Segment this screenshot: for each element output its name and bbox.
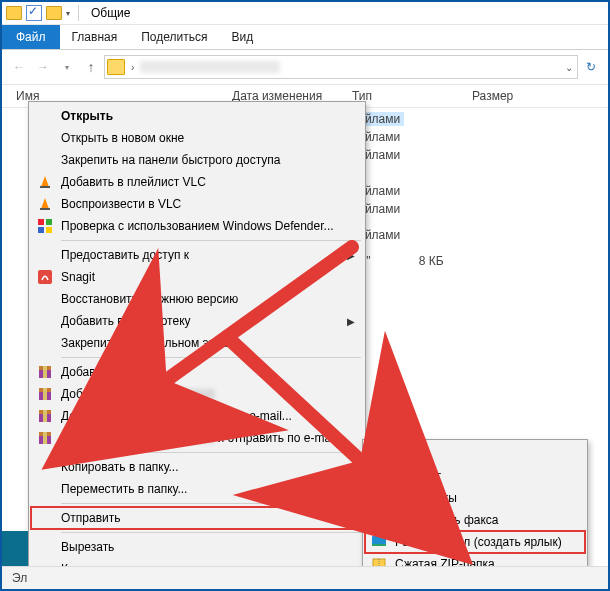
menu-item[interactable]: Добавить в архив и отправить по e-mail..…	[31, 405, 363, 427]
nav-forward-icon[interactable]: →	[32, 56, 54, 78]
menu-item[interactable]: Добавить в плейлист VLC	[31, 171, 363, 193]
nav-recent-icon[interactable]: ▾	[56, 56, 78, 78]
context-menu: ОткрытьОткрыть в новом окнеЗакрепить на …	[28, 101, 366, 591]
submenu-item-label: Документы	[395, 491, 457, 505]
chevron-right-icon: ▶	[347, 513, 355, 524]
menu-item-label: Добавить в архив	[61, 387, 159, 401]
col-type[interactable]: Тип	[352, 89, 472, 103]
ribbon: Файл Главная Поделиться Вид	[2, 25, 608, 50]
ribbon-tab-home[interactable]: Главная	[60, 25, 130, 49]
menu-item[interactable]: Открыть в новом окне	[31, 127, 363, 149]
vlc-icon	[37, 174, 53, 190]
separator	[78, 5, 79, 21]
menu-item-label: Предоставить доступ к	[61, 248, 189, 262]
submenu-item[interactable]: Получатель факса	[365, 509, 585, 531]
menu-item[interactable]: Добавить в архив и отправить по e-mail	[31, 427, 363, 449]
menu-item[interactable]: Закрепить на начальном экране	[31, 332, 363, 354]
svg-rect-3	[40, 208, 50, 210]
menu-item-label: Закрепить на панели быстрого доступа	[61, 153, 281, 167]
submenu-item[interactable]: Рабочий стол (создать ярлык)	[365, 531, 585, 553]
submenu-item[interactable]: Адресат	[365, 465, 585, 487]
menu-item[interactable]: Переместить в папку...	[31, 478, 363, 500]
menu-item-label: Проверка с использованием Windows Defend…	[61, 219, 334, 233]
menu-item-label: Добавить в архив...	[61, 365, 169, 379]
menu-item-label: Переместить в папку...	[61, 482, 187, 496]
svg-rect-1	[40, 186, 50, 188]
menu-item-label: Закрепить на начальном экране	[61, 336, 241, 350]
snagit-icon	[37, 269, 53, 285]
menu-item[interactable]: Открыть	[31, 105, 363, 127]
svg-rect-6	[38, 227, 44, 233]
menu-item-label: Добавить в плейлист VLC	[61, 175, 206, 189]
menu-item-label: Добавить в архив и отправить по e-mail..…	[61, 409, 292, 423]
qat-checkbox-icon[interactable]	[26, 5, 42, 21]
menu-item[interactable]: Добавить в архив...	[31, 361, 363, 383]
defender-icon	[37, 218, 53, 234]
address-bar[interactable]: › ⌄	[104, 55, 578, 79]
nav-up-icon[interactable]: ↑	[80, 56, 102, 78]
fax-icon	[371, 512, 387, 528]
menu-item[interactable]: Snagit	[31, 266, 363, 288]
menu-separator	[61, 357, 361, 358]
menu-separator	[61, 532, 361, 533]
menu-item[interactable]: Восстановить прежнюю версию	[31, 288, 363, 310]
refresh-icon[interactable]: ↻	[580, 60, 602, 74]
redacted-text	[161, 389, 215, 399]
menu-item[interactable]: Воспроизвести в VLC	[31, 193, 363, 215]
menu-item[interactable]: Копировать в папку...	[31, 456, 363, 478]
menu-item[interactable]: Вырезать	[31, 536, 363, 558]
folder-icon	[6, 5, 22, 21]
menu-item[interactable]: Добавить в архив	[31, 383, 363, 405]
sidebar-edge	[2, 531, 28, 567]
menu-item-label: Добавить в архив	[61, 431, 159, 445]
ribbon-file[interactable]: Файл	[2, 25, 60, 49]
submenu-item[interactable]: Документы	[365, 487, 585, 509]
chevron-right-icon: ▶	[347, 316, 355, 327]
menu-item-label: Открыть	[61, 109, 113, 123]
mail-icon	[371, 468, 387, 484]
nav-back-icon[interactable]: ←	[8, 56, 30, 78]
status-text: Эл	[12, 571, 27, 585]
svg-rect-4	[38, 219, 44, 225]
svg-rect-30	[372, 544, 386, 546]
submenu-item[interactable]: Viber	[365, 443, 585, 465]
svg-marker-0	[41, 176, 49, 187]
rar-icon	[37, 364, 53, 380]
qat-options-icon[interactable]: ▾	[66, 9, 70, 18]
menu-item-label: Копировать в папку...	[61, 460, 179, 474]
rar-icon	[37, 408, 53, 424]
size-cell: 8 КБ	[419, 254, 444, 268]
address-dropdown-icon[interactable]: ⌄	[563, 62, 575, 73]
desktop-icon	[371, 534, 387, 550]
menu-item[interactable]: Отправить▶	[31, 507, 363, 529]
chevron-right-icon[interactable]: ›	[129, 62, 136, 73]
menu-separator	[61, 503, 361, 504]
col-size[interactable]: Размер	[472, 89, 570, 103]
svg-rect-21	[372, 447, 386, 461]
svg-rect-20	[43, 432, 47, 444]
menu-item-label: и отправить по e-mail	[217, 431, 336, 445]
svg-rect-27	[373, 518, 385, 526]
menu-item[interactable]: Предоставить доступ к▶	[31, 244, 363, 266]
menu-item-label: Открыть в новом окне	[61, 131, 184, 145]
folder-icon	[107, 59, 125, 75]
submenu-item-label: Рабочий стол (создать ярлык)	[395, 535, 562, 549]
viber-icon	[371, 446, 387, 462]
svg-rect-28	[375, 514, 383, 519]
svg-rect-5	[46, 219, 52, 225]
menu-item[interactable]: Добавить в библиотеку▶	[31, 310, 363, 332]
ribbon-tab-share[interactable]: Поделиться	[129, 25, 219, 49]
folder-icon	[46, 5, 62, 21]
address-path	[140, 61, 280, 73]
chevron-right-icon: ▶	[347, 250, 355, 261]
rar-icon	[37, 430, 53, 446]
menu-item[interactable]: Закрепить на панели быстрого доступа	[31, 149, 363, 171]
redacted-text	[161, 433, 215, 443]
svg-rect-11	[43, 366, 47, 378]
menu-item[interactable]: Проверка с использованием Windows Defend…	[31, 215, 363, 237]
navbar: ← → ▾ ↑ › ⌄ ↻	[2, 50, 608, 85]
ribbon-tab-view[interactable]: Вид	[219, 25, 265, 49]
menu-separator	[61, 240, 361, 241]
menu-item-label: Восстановить прежнюю версию	[61, 292, 238, 306]
menu-item-label: Добавить в библиотеку	[61, 314, 191, 328]
